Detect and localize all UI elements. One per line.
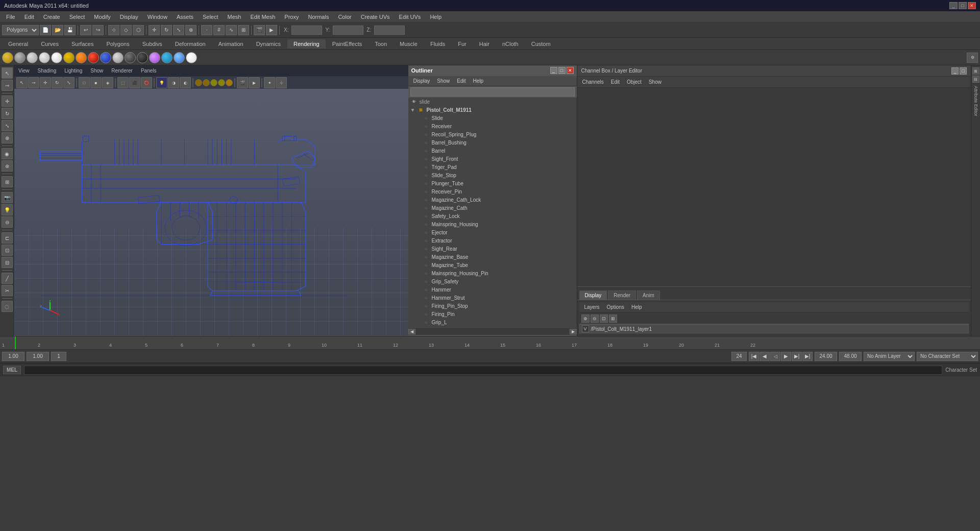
shelf-ball-purple[interactable]	[149, 52, 160, 63]
vp-tb-wire[interactable]: ⬚	[117, 77, 129, 88]
shelf-ball-red[interactable]	[88, 52, 99, 63]
shelf-ball-sky[interactable]	[174, 52, 185, 63]
snap-curve-btn[interactable]: ∿	[226, 25, 237, 35]
append-btn[interactable]: ⊟	[2, 257, 13, 268]
shelf-ball-black[interactable]	[137, 52, 148, 63]
x-input[interactable]	[291, 26, 322, 35]
ol-magazine-cath[interactable]: ○Magazine_Cath	[408, 204, 577, 212]
menu-assets[interactable]: Assets	[173, 13, 198, 21]
vp-tb-display2[interactable]: ■	[90, 77, 102, 88]
snap-grid-btn[interactable]: #	[213, 25, 225, 35]
vp-light2[interactable]	[203, 79, 210, 86]
tab-toon[interactable]: Toon	[369, 39, 393, 49]
ol-safety-lock[interactable]: ○Safety_Lock	[408, 212, 577, 220]
ol-barrel-bushing[interactable]: ○Barrel_Bushing	[408, 138, 577, 147]
outliner-search-input[interactable]	[410, 87, 575, 96]
timeline-ruler[interactable]: 1 2 3 4 5 6 7 8 9 10 11 12 13 14 15 16 1…	[0, 336, 980, 350]
vp-tb-smooth[interactable]: ⭕	[141, 77, 152, 88]
vp-menu-show[interactable]: Show	[90, 68, 103, 74]
ol-pistol-root[interactable]: ▼ ⊞ Pistol_Colt_M1911	[408, 106, 577, 114]
soft-mod-btn[interactable]: ◉	[2, 148, 13, 159]
vp-menu-renderer[interactable]: Renderer	[111, 68, 133, 74]
layer-row[interactable]: V /Pistol_Colt_M1911_layer1	[579, 324, 969, 333]
tab-subdivs[interactable]: Subdivs	[136, 39, 168, 49]
menu-normals[interactable]: Normals	[304, 13, 333, 21]
menu-select2[interactable]: Select	[199, 13, 223, 21]
rotate-tool-btn[interactable]: ↻	[2, 108, 13, 119]
menu-mesh[interactable]: Mesh	[224, 13, 246, 21]
shelf-ball-cyan[interactable]	[161, 52, 173, 63]
ol-magazine-cath-lock[interactable]: ○Magazine_Cath_Lock	[408, 196, 577, 204]
timeline-step-input[interactable]	[51, 352, 66, 361]
menu-file[interactable]: File	[2, 13, 19, 21]
ol-slide-stop[interactable]: ○Slide_Stop	[408, 171, 577, 179]
outliner-menu-help[interactable]: Help	[470, 77, 487, 85]
play-backward-btn[interactable]: ◁	[770, 352, 780, 361]
ol-slide-root[interactable]: 👁 slide	[408, 98, 577, 106]
cb-tab-render[interactable]: Render	[608, 291, 636, 300]
shelf-ball-near-white[interactable]	[186, 52, 197, 63]
outliner-menu-display[interactable]: Display	[410, 77, 433, 85]
tab-surfaces[interactable]: Surfaces	[65, 39, 100, 49]
shelf-ball-orange[interactable]	[76, 52, 87, 63]
cut-faces-btn[interactable]: ✂	[2, 285, 13, 296]
vp-tb-paint[interactable]: ⊸	[28, 77, 39, 88]
ol-grip-r[interactable]: ○Grip_R	[408, 326, 577, 328]
ae-btn1[interactable]: ⊞	[972, 67, 979, 75]
outliner-close-btn[interactable]: ✕	[567, 67, 574, 74]
scale-tool-btn[interactable]: ⤡	[2, 120, 13, 131]
vp-light5[interactable]	[226, 79, 233, 86]
vp-menu-lighting[interactable]: Lighting	[64, 68, 82, 74]
tab-rendering[interactable]: Rendering	[287, 39, 326, 49]
split-poly-btn[interactable]: ╱	[2, 273, 13, 284]
menu-help[interactable]: Help	[426, 13, 446, 21]
tab-general[interactable]: General	[2, 39, 34, 49]
ol-recoil-spring-plug[interactable]: ○Recoil_Spring_Plug	[408, 130, 577, 138]
shelf-ball-blue[interactable]	[100, 52, 111, 63]
vp-light1[interactable]	[195, 79, 202, 86]
new-scene-btn[interactable]: 📄	[40, 25, 51, 35]
save-btn[interactable]: 💾	[64, 25, 76, 35]
menu-color[interactable]: Color	[334, 13, 355, 21]
menu-edit[interactable]: Edit	[20, 13, 38, 21]
joint-btn[interactable]: ⊖	[2, 216, 13, 228]
cb-minimize-btn[interactable]: _	[951, 67, 959, 75]
viewport[interactable]: View Shading Lighting Show Renderer Pane…	[14, 65, 408, 336]
playback-end-input[interactable]	[839, 352, 862, 361]
tab-painteffects[interactable]: PaintEffects	[326, 39, 369, 49]
cb-maximize-btn[interactable]: □	[960, 67, 967, 75]
layers-menu-help[interactable]: Help	[628, 303, 645, 311]
tab-animation[interactable]: Animation	[212, 39, 250, 49]
ol-firing-pin-stop[interactable]: ○Firing_Pin_Stop	[408, 302, 577, 310]
tab-fluids[interactable]: Fluids	[424, 39, 451, 49]
playback-start-input[interactable]	[815, 352, 837, 361]
vp-menu-panels[interactable]: Panels	[141, 68, 157, 74]
layer-icon-1[interactable]: ⊕	[581, 315, 590, 323]
vp-tb-rotate[interactable]: ↻	[52, 77, 63, 88]
outliner-maximize-btn[interactable]: □	[558, 67, 566, 74]
ol-slide[interactable]: ○Slide	[408, 114, 577, 122]
move-tool-btn[interactable]: ✛	[2, 95, 13, 107]
layer-icon-4[interactable]: ⊞	[609, 315, 617, 323]
shelf-ball-gold2[interactable]	[63, 52, 75, 63]
vp-tb-display1[interactable]: □	[79, 77, 90, 88]
extrude-btn[interactable]: ⊏	[2, 232, 13, 244]
menu-display[interactable]: Display	[116, 13, 142, 21]
ol-mainspring-housing-pin[interactable]: ○Mainspring_Housing_Pin	[408, 269, 577, 277]
vp-light4[interactable]	[218, 79, 225, 86]
cb-menu-object[interactable]: Object	[624, 78, 645, 86]
paint-select-btn[interactable]: ⊸	[2, 80, 13, 91]
shelf-ball-gold[interactable]	[2, 52, 13, 63]
ol-plunger-tube[interactable]: ○Plunger_Tube	[408, 179, 577, 187]
maximize-button[interactable]: □	[959, 2, 967, 9]
paint-btn[interactable]: ⬡	[133, 25, 144, 35]
shelf-ball-light[interactable]	[112, 52, 124, 63]
shelf-ball-grey[interactable]	[14, 52, 26, 63]
ol-sight-front[interactable]: ○Sight_Front	[408, 155, 577, 163]
tab-hair[interactable]: Hair	[473, 39, 496, 49]
cb-menu-channels[interactable]: Channels	[579, 78, 607, 86]
outliner-menu-show[interactable]: Show	[434, 77, 453, 85]
tab-custom[interactable]: Custom	[525, 39, 557, 49]
layer-icon-2[interactable]: ⊖	[591, 315, 599, 323]
xform-tool-btn[interactable]: ⊕	[2, 132, 13, 143]
